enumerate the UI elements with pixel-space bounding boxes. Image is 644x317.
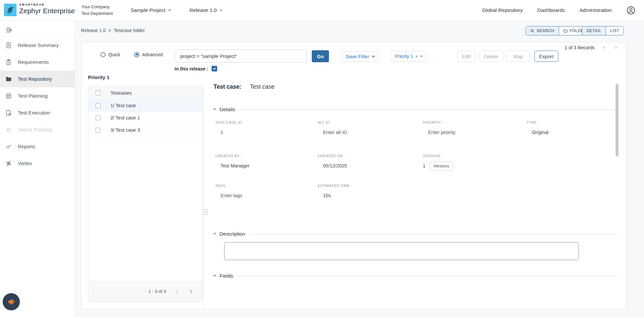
splitter-drag-handle-icon[interactable] (204, 209, 209, 217)
previous-page-icon[interactable] (176, 290, 179, 293)
sidebar-item-label: Test Execution (18, 110, 50, 115)
description-textarea[interactable] (224, 242, 579, 260)
folder-icon (563, 29, 568, 33)
search-query-input[interactable] (175, 50, 307, 63)
priority-filter-chip[interactable]: Priority 1 × (390, 51, 426, 62)
tree-pagination: 1 - 3 of 3 (88, 281, 202, 301)
advanced-radio-label: Advanced (142, 52, 163, 57)
field-value: 1 (215, 130, 244, 135)
field-label: ESTIMATED TIME : (318, 184, 352, 188)
save-filter-button[interactable]: Save Filter (341, 51, 379, 62)
export-button[interactable]: Export (534, 51, 558, 62)
chevron-down-icon (372, 54, 375, 58)
field-value: Test Manager (215, 163, 250, 168)
row-checkbox[interactable] (96, 115, 101, 120)
detail-scrollbar-thumb[interactable] (616, 84, 619, 157)
map-button[interactable]: Map (506, 51, 530, 62)
company-name: Your Company (81, 4, 113, 10)
clipboard-icon (5, 59, 12, 66)
sidebar-collapse-icon[interactable] (4, 25, 14, 35)
record-count: 1 of 3 Records (565, 45, 595, 50)
sidebar-item-release-summary[interactable]: Release Summary (0, 37, 75, 54)
next-page-icon[interactable] (188, 290, 192, 293)
field-placeholder[interactable]: Enter tags (215, 193, 242, 198)
fields-section-header[interactable]: Fields (214, 273, 618, 279)
top-bar: SMARTBEAR Zephyr Enterprise Your Company… (0, 0, 644, 21)
advanced-radio[interactable]: Advanced (134, 52, 163, 57)
go-button[interactable]: Go (312, 50, 329, 62)
release-dropdown[interactable]: Release 1.0 (189, 0, 222, 21)
project-dropdown[interactable]: Sample Project (131, 0, 171, 21)
bug-icon (5, 126, 12, 133)
edit-button[interactable]: Edit (457, 51, 475, 62)
field-label: TEST CASE ID : (215, 120, 244, 124)
field-label: CREATED ON : (318, 154, 347, 158)
tree-row-test-case-1[interactable]: 2/ Test case 1 (88, 112, 202, 124)
tree-row-test-case-3[interactable]: 3/ Test case 3 (88, 124, 202, 136)
breadcrumb-release[interactable]: Release 1.0 (81, 28, 106, 33)
chart-icon (5, 143, 12, 150)
sidebar-item-test-repository[interactable]: Test Repository (0, 70, 75, 87)
sidebar-item-label: Test Repository (18, 76, 52, 82)
sidebar-item-test-planning[interactable]: Test Planning (0, 87, 75, 104)
folder-icon (5, 75, 12, 83)
panel-splitter[interactable] (203, 86, 203, 310)
sidebar-item-label: Requirements (18, 59, 49, 65)
breadcrumb-folder: Testcase folder (114, 28, 145, 33)
tree-row-testcases[interactable]: Testcases (88, 86, 202, 100)
nav-dashboards[interactable]: Dashboards (537, 7, 565, 13)
chevron-up-icon (213, 108, 217, 111)
chevron-down-icon[interactable] (420, 54, 423, 57)
chevron-down-icon (220, 8, 222, 11)
field-alt-id: ALT ID : Enter alt ID (318, 120, 347, 135)
sidebar-item-reports[interactable]: Reports (0, 138, 75, 155)
brand-smartbear: SMARTBEAR (19, 3, 75, 6)
quick-radio-label: Quick (108, 52, 120, 57)
row-checkbox[interactable] (96, 103, 101, 108)
details-section-header[interactable]: Details (214, 107, 618, 113)
brand: SMARTBEAR Zephyr Enterprise (19, 3, 75, 14)
delete-button[interactable]: Delete (479, 51, 503, 62)
field-label: PRIORITY : (423, 120, 455, 124)
sidebar-item-vortex[interactable]: Vortex (0, 155, 75, 172)
versions-button[interactable]: Versions (429, 161, 453, 170)
row-checkbox[interactable] (96, 90, 101, 95)
remove-filter-icon[interactable]: × (415, 54, 418, 59)
previous-record-icon[interactable] (603, 46, 606, 49)
field-value: Original (527, 130, 548, 135)
testcase-title-value[interactable]: Test case (250, 83, 274, 90)
sidebar: Release Summary Requirements Test Reposi… (0, 21, 75, 317)
field-placeholder[interactable]: Enter alt ID (318, 130, 347, 135)
sidebar-item-requirements[interactable]: Requirements (0, 54, 75, 70)
testcase-title: Test case: Test case (214, 83, 274, 90)
radio-icon (134, 52, 139, 57)
in-this-release-checkbox[interactable] (212, 66, 217, 71)
field-created-by: CREATED BY : Test Manager (215, 154, 250, 168)
sidebar-item-test-execution[interactable]: Test Execution (0, 104, 75, 121)
in-this-release-label: In this release : (175, 66, 208, 71)
list-toggle[interactable]: LIST (606, 26, 624, 35)
radio-icon (101, 52, 105, 57)
next-record-icon[interactable] (614, 46, 617, 49)
tree-row-label: 2/ Test case 1 (110, 115, 140, 120)
quick-radio[interactable]: Quick (101, 52, 120, 57)
field-placeholder[interactable]: Enter priority (423, 130, 455, 135)
feedback-widget-button[interactable] (3, 293, 20, 310)
sidebar-item-label: Defect Tracking (18, 127, 52, 132)
list-toggle-label: LIST (610, 28, 620, 33)
tree-row-test-case[interactable]: 1/ Test case (88, 100, 202, 112)
nav-global-repository[interactable]: Global Repository (482, 7, 523, 13)
chevron-up-icon (213, 232, 217, 236)
filter-chip-label: Priority 1 (395, 54, 413, 59)
detail-toggle[interactable]: DETAIL (582, 26, 606, 35)
sidebar-item-label: Vortex (18, 160, 32, 166)
search-icon (530, 29, 535, 33)
description-section-header[interactable]: Description (214, 231, 618, 237)
section-rule (239, 110, 618, 110)
user-avatar-icon[interactable] (626, 6, 635, 15)
nav-administration[interactable]: Administration (580, 7, 612, 13)
row-checkbox[interactable] (96, 128, 101, 133)
zephyr-logo-icon[interactable] (4, 4, 17, 16)
sidebar-item-label: Reports (18, 144, 35, 149)
search-toggle[interactable]: SEARCH (526, 26, 559, 35)
